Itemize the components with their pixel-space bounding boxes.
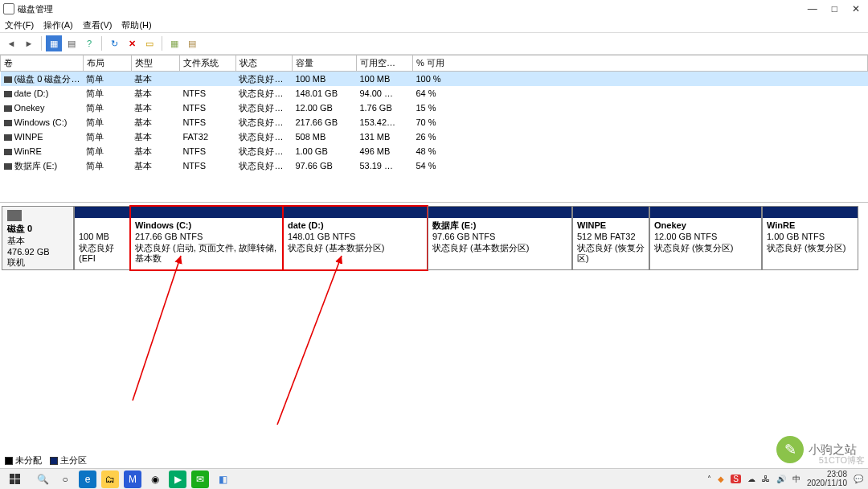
app-icon-1[interactable]: M (124, 471, 141, 488)
disk-name: 磁盘 0 (7, 224, 32, 233)
minimize-button[interactable]: — (808, 3, 817, 14)
col-volume[interactable]: 卷 (1, 55, 84, 72)
chrome-icon[interactable]: ◉ (146, 471, 164, 488)
close-button[interactable]: ✕ (852, 3, 860, 14)
table-row[interactable]: WinRE简单基本NTFS状态良好…1.00 GB496 MB48 % (1, 144, 868, 158)
disk-row[interactable]: 磁盘 0 基本 476.92 GB 联机 100 MB状态良好 (EFIWind… (2, 206, 866, 270)
col-layout[interactable]: 布局 (83, 55, 131, 72)
system-tray[interactable]: ˄ ◆ S ☁ 🖧 🔊 中 23:08 2020/11/10 💬 (707, 471, 868, 487)
partition-block[interactable]: WINPE512 MB FAT32状态良好 (恢复分区) (572, 206, 649, 270)
tray-volume-icon[interactable]: 🔊 (776, 475, 786, 483)
volume-list[interactable]: 卷 布局 类型 文件系统 状态 容量 可用空… % 可用 (磁盘 0 磁盘分…简… (0, 55, 868, 203)
table-row[interactable]: Onekey简单基本NTFS状态良好…12.00 GB1.76 GB15 % (1, 101, 868, 115)
disk-size: 476.92 GB (7, 247, 50, 257)
properties-button[interactable]: ▭ (141, 35, 158, 51)
disk-label[interactable]: 磁盘 0 基本 476.92 GB 联机 (2, 206, 74, 270)
window-title: 磁盘管理 (18, 3, 53, 15)
refresh-button[interactable]: ↻ (106, 35, 122, 51)
partition-block[interactable]: date (D:)148.01 GB NTFS状态良好 (基本数据分区) (283, 206, 428, 270)
disk-graphical-view: 磁盘 0 基本 476.92 GB 联机 100 MB状态良好 (EFIWind… (0, 203, 868, 468)
svg-rect-2 (10, 474, 14, 479)
grid-button[interactable]: ▤ (184, 35, 200, 51)
list-button[interactable]: ▦ (166, 35, 182, 51)
disk-type: 基本 (7, 236, 25, 245)
table-row[interactable]: date (D:)简单基本NTFS状态良好…148.01 GB94.00 …64… (1, 86, 868, 101)
col-free[interactable]: 可用空… (356, 55, 412, 72)
partition-block[interactable]: Windows (C:)217.66 GB NTFS状态良好 (启动, 页面文件… (130, 206, 283, 270)
wechat-icon[interactable]: ✉ (191, 471, 209, 488)
menu-view[interactable]: 查看(V) (83, 19, 113, 31)
help-icon[interactable]: ? (81, 35, 97, 51)
tray-cloud-icon[interactable]: ☁ (747, 475, 755, 483)
menu-file[interactable]: 文件(F) (5, 19, 34, 31)
tray-input-icon[interactable]: S (731, 475, 741, 483)
svg-rect-3 (15, 474, 20, 479)
start-button[interactable] (0, 469, 31, 489)
tray-up-icon[interactable]: ˄ (707, 475, 711, 483)
clock-time: 23:08 (807, 471, 847, 479)
explorer-icon[interactable]: 🗂 (101, 471, 119, 488)
store-icon[interactable]: ▶ (169, 471, 186, 488)
legend: 未分配 主分区 (5, 454, 87, 466)
forward-button[interactable]: ► (21, 35, 37, 51)
tray-lang-icon[interactable]: 中 (792, 474, 800, 485)
app-icon (3, 3, 14, 14)
col-fs[interactable]: 文件系统 (179, 55, 235, 72)
partition-block[interactable]: 数据库 (E:)97.66 GB NTFS状态良好 (基本数据分区) (428, 206, 572, 270)
partition-block[interactable]: WinRE1.00 GB NTFS状态良好 (恢复分区) (762, 206, 858, 270)
search-icon[interactable]: 🔍 (34, 471, 51, 488)
col-type[interactable]: 类型 (131, 55, 179, 72)
col-pctfree[interactable]: % 可用 (412, 55, 867, 72)
svg-rect-4 (10, 479, 14, 484)
delete-button[interactable]: ✕ (124, 35, 140, 51)
table-row[interactable]: WINPE简单基本FAT32状态良好…508 MB131 MB26 % (1, 129, 868, 144)
legend-primary: 主分区 (60, 455, 87, 465)
col-capacity[interactable]: 容量 (292, 55, 356, 72)
svg-rect-5 (15, 479, 20, 484)
watermark-2: 51CTO博客 (819, 454, 865, 466)
col-status[interactable]: 状态 (235, 55, 292, 72)
taskbar[interactable]: 🔍 ○ e 🗂 M ◉ ▶ ✉ ◧ ˄ ◆ S ☁ 🖧 🔊 中 23:08 20… (0, 468, 868, 489)
edge-icon[interactable]: e (79, 471, 96, 488)
partition-block[interactable]: Onekey12.00 GB NTFS状态良好 (恢复分区) (649, 206, 762, 270)
maximize-button[interactable]: □ (832, 3, 837, 14)
disk-icon (7, 210, 22, 221)
title-bar: 磁盘管理 — □ ✕ (0, 0, 868, 18)
disk-state: 联机 (7, 257, 25, 267)
cortana-icon[interactable]: ○ (56, 471, 74, 488)
tray-app-icon[interactable]: ◆ (718, 475, 724, 483)
windows-icon (10, 474, 21, 485)
menu-action[interactable]: 操作(A) (43, 19, 73, 31)
legend-unallocated: 未分配 (15, 455, 42, 465)
app-icon-2[interactable]: ◧ (214, 471, 231, 488)
partition-block[interactable]: 100 MB状态良好 (EFI (74, 206, 130, 270)
table-row[interactable]: 数据库 (E:)简单基本NTFS状态良好…97.66 GB53.19 …54 % (1, 158, 868, 173)
view-button-2[interactable]: ▤ (63, 35, 80, 51)
tray-network-icon[interactable]: 🖧 (762, 475, 770, 483)
table-row[interactable]: Windows (C:)简单基本NTFS状态良好…217.66 GB153.42… (1, 115, 868, 129)
clock[interactable]: 23:08 2020/11/10 (807, 471, 847, 487)
watermark-icon: ✎ (776, 436, 804, 463)
toolbar: ◄ ► ▦ ▤ ? ↻ ✕ ▭ ▦ ▤ (0, 32, 868, 55)
menu-help[interactable]: 帮助(H) (121, 19, 151, 31)
back-button[interactable]: ◄ (3, 35, 19, 51)
menu-bar: 文件(F) 操作(A) 查看(V) 帮助(H) (0, 18, 868, 32)
view-button-1[interactable]: ▦ (46, 35, 62, 51)
clock-date: 2020/11/10 (807, 479, 847, 488)
table-row[interactable]: (磁盘 0 磁盘分…简单基本状态良好…100 MB100 MB100 % (1, 72, 868, 87)
notifications-icon[interactable]: 💬 (854, 475, 863, 483)
